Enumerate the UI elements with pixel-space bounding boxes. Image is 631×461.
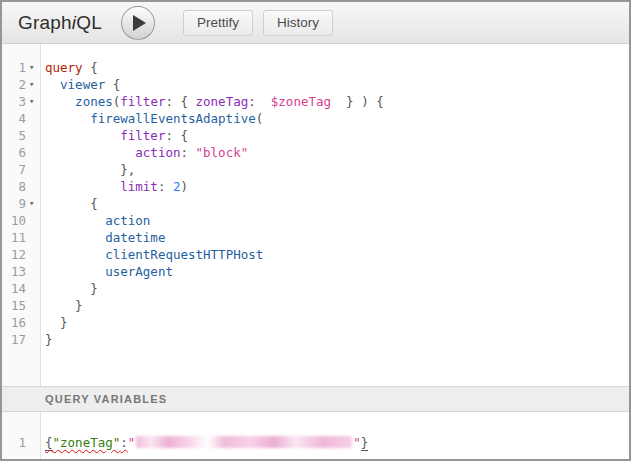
code-token: ( xyxy=(256,111,264,126)
play-icon xyxy=(133,15,146,31)
code-text: filter: { xyxy=(40,127,188,144)
code-token: { xyxy=(105,77,120,92)
code-token xyxy=(45,264,105,279)
line-number: 7 xyxy=(18,161,28,178)
code-line[interactable]: 16 } xyxy=(2,314,629,331)
line-gutter: 1▾ xyxy=(2,59,40,76)
code-text: {"zoneTag":""} xyxy=(40,434,368,451)
line-number: 16 xyxy=(11,314,28,331)
line-gutter: 7 xyxy=(2,161,40,178)
line-number: 10 xyxy=(11,212,28,229)
code-token: { xyxy=(45,435,53,451)
fold-arrow-icon[interactable]: ▾ xyxy=(28,93,40,110)
line-number: 17 xyxy=(11,331,28,348)
code-token xyxy=(45,94,75,109)
code-token: : xyxy=(180,145,195,160)
line-number: 6 xyxy=(18,144,28,161)
line-number: 9 xyxy=(18,195,28,212)
code-line[interactable]: 1▾query { xyxy=(2,59,629,76)
line-number: 1 xyxy=(18,59,28,76)
query-variables-header[interactable]: QUERY VARIABLES xyxy=(2,386,629,412)
code-token: } xyxy=(45,332,53,347)
code-token: " xyxy=(128,435,136,450)
line-number: 12 xyxy=(11,246,28,263)
fold-arrow-icon[interactable]: ▾ xyxy=(28,59,40,76)
redacted-value-blur xyxy=(136,436,352,448)
code-token: } xyxy=(45,281,98,296)
code-token xyxy=(45,230,105,245)
code-token: : { xyxy=(165,94,195,109)
code-token: clientRequestHTTPHost xyxy=(105,247,263,262)
code-token: : xyxy=(158,179,173,194)
line-number: 1 xyxy=(18,434,28,451)
code-token: : xyxy=(248,94,271,109)
line-gutter: 8 xyxy=(2,178,40,195)
query-editor[interactable]: 1▾query {2▾ viewer {3▾ zones(filter: { z… xyxy=(2,44,629,386)
code-token: action xyxy=(135,145,180,160)
line-number: 3 xyxy=(18,93,28,110)
line-number: 15 xyxy=(11,297,28,314)
code-text: firewallEventsAdaptive( xyxy=(40,110,263,127)
code-line[interactable]: 5 filter: { xyxy=(2,127,629,144)
history-button[interactable]: History xyxy=(263,10,333,36)
toolbar: GraphiQL Prettify History xyxy=(2,2,629,44)
code-text: }, xyxy=(40,161,135,178)
code-text: clientRequestHTTPHost xyxy=(40,246,263,263)
fold-arrow-icon[interactable]: ▾ xyxy=(28,76,40,93)
logo-text-prefix: Graph xyxy=(18,12,72,33)
code-line[interactable]: 12 clientRequestHTTPHost xyxy=(2,246,629,263)
code-line[interactable]: 9▾ { xyxy=(2,195,629,212)
prettify-button[interactable]: Prettify xyxy=(183,10,253,36)
code-line[interactable]: 8 limit: 2) xyxy=(2,178,629,195)
code-token: "zoneTag" xyxy=(53,435,121,450)
line-number: 11 xyxy=(11,229,28,246)
code-token: } xyxy=(361,435,369,451)
code-line[interactable]: 1{"zoneTag":""} xyxy=(2,434,629,451)
code-token: } ) { xyxy=(331,94,384,109)
code-token xyxy=(45,247,105,262)
fold-arrow-icon[interactable]: ▾ xyxy=(28,195,40,212)
line-gutter: 15 xyxy=(2,297,40,314)
code-token: ) xyxy=(181,179,189,194)
line-gutter: 9▾ xyxy=(2,195,40,212)
code-line[interactable]: 14 } xyxy=(2,280,629,297)
code-token xyxy=(45,145,135,160)
code-line[interactable]: 10 action xyxy=(2,212,629,229)
code-token: userAgent xyxy=(105,264,173,279)
line-number: 13 xyxy=(11,263,28,280)
app-logo: GraphiQL xyxy=(18,12,102,34)
code-line[interactable]: 15 } xyxy=(2,297,629,314)
code-line[interactable]: 7 }, xyxy=(2,161,629,178)
line-number: 5 xyxy=(18,127,28,144)
code-line[interactable]: 11 datetime xyxy=(2,229,629,246)
line-number: 4 xyxy=(18,110,28,127)
code-text: action: "block" xyxy=(40,144,248,161)
code-token xyxy=(45,179,120,194)
code-token xyxy=(45,128,120,143)
graphiql-window: GraphiQL Prettify History 1▾query {2▾ vi… xyxy=(0,0,631,461)
code-text: viewer { xyxy=(40,76,120,93)
code-line[interactable]: 4 firewallEventsAdaptive( xyxy=(2,110,629,127)
code-token: zones xyxy=(75,94,113,109)
code-token: datetime xyxy=(105,230,165,245)
code-token: $zoneTag xyxy=(271,94,331,109)
code-token: action xyxy=(105,213,150,228)
code-text: zones(filter: { zoneTag: $zoneTag } ) { xyxy=(40,93,384,110)
code-token: filter xyxy=(120,94,165,109)
line-gutter: 10 xyxy=(2,212,40,229)
code-line[interactable]: 13 userAgent xyxy=(2,263,629,280)
code-text: limit: 2) xyxy=(40,178,188,195)
code-line[interactable]: 6 action: "block" xyxy=(2,144,629,161)
code-line[interactable]: 2▾ viewer { xyxy=(2,76,629,93)
code-text: } xyxy=(40,297,83,314)
code-token xyxy=(45,213,105,228)
code-token: { xyxy=(83,60,98,75)
execute-button[interactable] xyxy=(121,6,155,40)
code-token: 2 xyxy=(173,179,181,194)
code-text: action xyxy=(40,212,150,229)
code-text: { xyxy=(40,195,98,212)
code-line[interactable]: 3▾ zones(filter: { zoneTag: $zoneTag } )… xyxy=(2,93,629,110)
line-gutter: 1 xyxy=(2,434,40,451)
variables-editor[interactable]: 1{"zoneTag":""} xyxy=(2,412,629,459)
code-line[interactable]: 17} xyxy=(2,331,629,348)
